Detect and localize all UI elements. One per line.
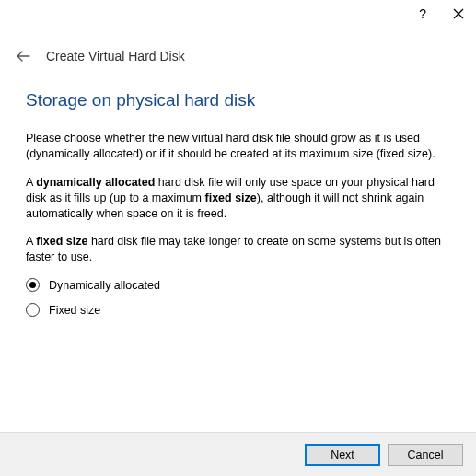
footer: Next Cancel (0, 432, 476, 476)
radio-button-icon (26, 303, 40, 317)
content-area: Storage on physical hard disk Please cho… (0, 74, 476, 337)
header-row: Create Virtual Hard Disk (0, 28, 476, 74)
radio-label: Fixed size (49, 304, 100, 317)
titlebar: ? (0, 0, 476, 28)
header-title: Create Virtual Hard Disk (46, 49, 185, 64)
fixed-paragraph: A fixed size hard disk file may take lon… (26, 234, 450, 265)
back-icon[interactable] (15, 48, 31, 64)
radio-group: Dynamically allocated Fixed size (26, 278, 450, 317)
intro-paragraph: Please choose whether the new virtual ha… (26, 131, 450, 162)
dynamic-paragraph: A dynamically allocated hard disk file w… (26, 175, 450, 222)
cancel-button[interactable]: Cancel (388, 444, 463, 466)
radio-label: Dynamically allocated (49, 279, 160, 292)
page-heading: Storage on physical hard disk (26, 90, 450, 110)
radio-button-icon (26, 278, 40, 292)
next-button[interactable]: Next (305, 444, 380, 466)
radio-dynamically-allocated[interactable]: Dynamically allocated (26, 278, 450, 292)
radio-fixed-size[interactable]: Fixed size (26, 303, 450, 317)
help-icon[interactable]: ? (419, 6, 426, 21)
close-icon[interactable] (452, 7, 465, 20)
